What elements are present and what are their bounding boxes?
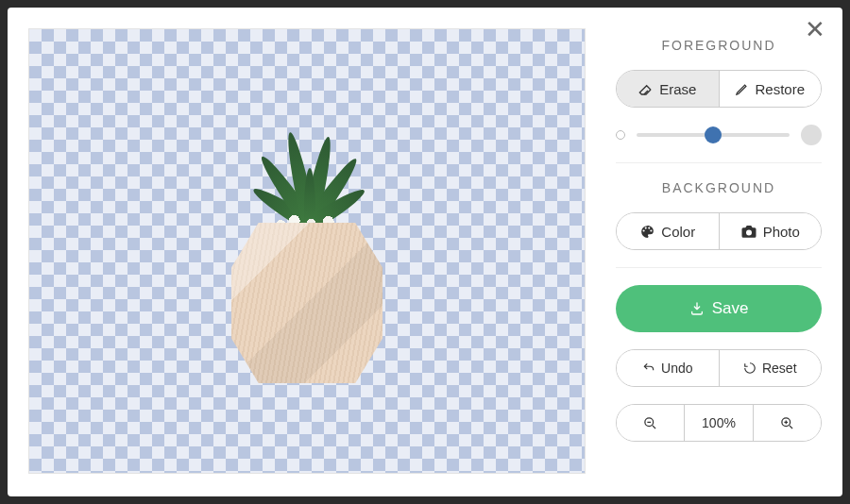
restore-label: Restore xyxy=(755,81,805,97)
pencil-icon xyxy=(735,82,749,96)
undo-button[interactable]: Undo xyxy=(617,350,719,386)
camera-icon xyxy=(740,223,757,240)
erase-restore-segmented: Erase Restore xyxy=(616,70,822,108)
zoom-level: 100% xyxy=(684,405,752,441)
photo-label: Photo xyxy=(763,224,800,240)
divider xyxy=(616,267,822,268)
reset-label: Reset xyxy=(762,361,797,376)
close-icon[interactable]: ✕ xyxy=(805,17,825,42)
photo-button[interactable]: Photo xyxy=(719,213,822,249)
foreground-title: FOREGROUND xyxy=(616,38,822,53)
subject-image xyxy=(212,119,401,383)
restore-button[interactable]: Restore xyxy=(719,71,822,107)
brush-large-icon xyxy=(801,125,822,145)
slider-thumb[interactable] xyxy=(705,126,722,143)
brush-small-icon xyxy=(616,130,625,140)
background-title: BACKGROUND xyxy=(616,180,822,195)
zoom-row: 100% xyxy=(616,404,822,442)
image-canvas[interactable] xyxy=(28,28,586,474)
divider xyxy=(616,162,822,163)
eraser-icon xyxy=(638,81,654,96)
zoom-out-button[interactable] xyxy=(617,405,684,441)
erase-label: Erase xyxy=(659,81,696,97)
background-segmented: Color Photo xyxy=(616,212,822,250)
zoom-out-icon xyxy=(643,416,657,430)
zoom-in-icon xyxy=(780,416,794,430)
save-label: Save xyxy=(712,299,749,318)
brush-size-slider[interactable] xyxy=(616,125,822,145)
download-icon xyxy=(689,301,705,316)
erase-button[interactable]: Erase xyxy=(617,71,719,107)
zoom-in-button[interactable] xyxy=(753,405,821,441)
sidebar: FOREGROUND Erase Restore BACKGROUND Co xyxy=(586,28,822,476)
palette-icon xyxy=(639,224,655,240)
color-label: Color xyxy=(661,224,695,240)
slider-track[interactable] xyxy=(637,133,790,137)
undo-icon xyxy=(642,361,655,375)
save-button[interactable]: Save xyxy=(616,285,822,332)
color-button[interactable]: Color xyxy=(617,213,719,249)
reset-icon xyxy=(743,361,756,375)
undo-reset-row: Undo Reset xyxy=(616,349,822,387)
undo-label: Undo xyxy=(661,361,692,376)
editor-modal: ✕ FOREGROUND Erase Restore xyxy=(8,8,842,496)
reset-button[interactable]: Reset xyxy=(719,350,822,386)
